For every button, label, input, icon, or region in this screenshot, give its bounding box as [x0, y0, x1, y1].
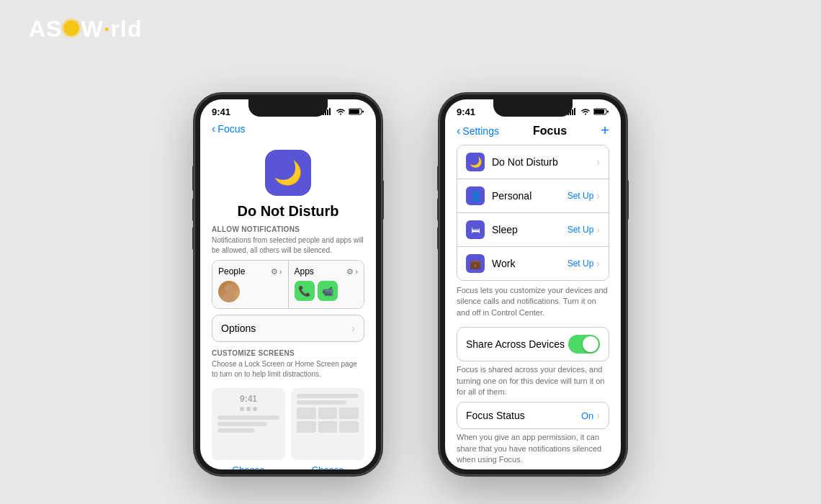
chevron-icon: ›: [279, 267, 282, 276]
dnd-title: Do Not Disturb: [200, 203, 376, 220]
customize-screens-desc: Choose a Lock Screen or Home Screen page…: [200, 359, 376, 384]
people-icons[interactable]: ⚙ ›: [271, 267, 282, 276]
personal-chevron: ›: [596, 190, 600, 202]
focus-status-row[interactable]: Focus Status On ›: [457, 402, 609, 429]
focus-status-on: On: [581, 410, 593, 421]
thumb-dots: [240, 407, 257, 411]
svg-rect-11: [572, 109, 573, 115]
thumb-grid: [297, 408, 359, 433]
sleep-setup: Set Up: [567, 225, 594, 235]
grid-1: [297, 408, 316, 419]
dnd-icon: 🌙: [265, 150, 311, 196]
chevron-icon-apps: ›: [355, 267, 358, 276]
vol-up-button-2: [437, 198, 439, 221]
phones-container: 9:41: [0, 65, 821, 504]
apps-col-header: Apps ⚙ ›: [295, 266, 359, 276]
iphone-1: 9:41: [194, 94, 382, 475]
focus-status-chevron: ›: [596, 410, 600, 421]
focus-item-sleep[interactable]: 🛏 Sleep Set Up ›: [457, 213, 609, 247]
work-item-name: Work: [492, 258, 567, 269]
dnd-list-icon: 🌙: [466, 153, 485, 171]
logo-text-dot: ·: [104, 16, 111, 42]
grid-2: [318, 408, 338, 419]
share-across-devices-label: Share Across Devices: [466, 338, 565, 350]
iphone-2: 9:41: [439, 94, 627, 475]
share-across-devices-row[interactable]: Share Across Devices: [457, 327, 609, 361]
focus-info-text: Focus lets you customize your devices an…: [445, 281, 621, 323]
choose-btn-2[interactable]: Choose: [291, 464, 364, 469]
lock-screen-thumb: 9:41: [212, 388, 285, 460]
svg-rect-12: [574, 108, 575, 115]
thumb-bars-2: [297, 394, 359, 405]
sleep-chevron: ›: [596, 224, 600, 235]
iphone-1-screen: 9:41: [200, 99, 376, 469]
home-screen-thumb: [291, 388, 364, 460]
svg-rect-6: [362, 111, 364, 113]
grid-6: [339, 421, 359, 433]
add-focus-button[interactable]: +: [601, 122, 609, 139]
people-label: People: [218, 266, 245, 276]
bar-1: [217, 415, 279, 420]
apps-icons[interactable]: ⚙ ›: [346, 267, 358, 276]
svg-rect-2: [327, 109, 328, 115]
focus-status-desc: When you give an app permission, it can …: [445, 429, 621, 468]
bar-2: [217, 422, 267, 426]
status-icons-1: [323, 108, 364, 115]
logo-text-world: W: [81, 16, 103, 42]
thumb-bars: [217, 415, 279, 433]
choose-btn-1[interactable]: Choose: [212, 464, 285, 469]
work-list-icon: 💼: [466, 254, 485, 273]
svg-point-8: [223, 293, 235, 302]
logo-text-rld: rld: [111, 16, 143, 42]
svg-point-7: [225, 284, 233, 293]
apps-label: Apps: [295, 266, 314, 276]
person-icon: 👤: [470, 190, 482, 202]
grid-5: [318, 421, 338, 433]
dot-1: [240, 407, 244, 411]
notch-2: [493, 99, 573, 117]
focus-item-personal[interactable]: 👤 Personal Set Up ›: [457, 179, 609, 213]
options-row[interactable]: Options ›: [212, 315, 364, 342]
share-across-devices-desc: Focus is shared across your devices, and…: [445, 361, 621, 402]
vol-up-button: [192, 198, 194, 221]
focus-item-work[interactable]: 💼 Work Set Up ›: [457, 247, 609, 280]
sleep-item-name: Sleep: [492, 224, 567, 235]
allow-notif-grid: People ⚙ › Apps: [212, 260, 364, 309]
focus-status-value: On ›: [581, 410, 600, 421]
options-label: Options: [221, 323, 256, 334]
gear-icon-apps: ⚙: [346, 267, 354, 276]
focus-list: 🌙 Do Not Disturb › 👤 Personal Set Up ›: [457, 145, 609, 281]
share-across-devices-toggle[interactable]: [568, 335, 600, 354]
dnd-icon-wrap: 🌙: [200, 150, 376, 196]
facetime-icon-glyph: 📹: [322, 286, 333, 297]
back-button-2[interactable]: ‹ Settings: [457, 125, 499, 138]
apps-col: Apps ⚙ › 📞 📹: [289, 261, 364, 308]
logo-sun-icon: [63, 20, 79, 36]
logo: AS W · rld: [29, 16, 142, 42]
wifi-icon-1: [336, 108, 346, 115]
logo-text-as: AS: [29, 16, 62, 42]
bar-3: [217, 428, 255, 433]
avatar: [218, 281, 240, 302]
vol-down-button: [192, 227, 194, 250]
focus-item-dnd[interactable]: 🌙 Do Not Disturb ›: [457, 145, 609, 179]
dot-3: [253, 407, 257, 411]
bar-5: [297, 400, 346, 405]
svg-rect-5: [349, 109, 359, 114]
personal-setup: Set Up: [567, 191, 594, 201]
nav-title-2: Focus: [533, 125, 567, 138]
battery-icon-1: [349, 108, 364, 115]
sleep-list-icon: 🛏: [466, 220, 485, 239]
briefcase-icon: 💼: [470, 258, 481, 269]
svg-rect-15: [607, 111, 609, 113]
back-button-1[interactable]: ‹ Focus: [212, 122, 245, 135]
back-chevron-icon-2: ‹: [457, 125, 460, 138]
person-avatar: [218, 281, 240, 302]
back-label-1: Focus: [217, 123, 245, 135]
options-chevron: ›: [351, 323, 355, 334]
phone-icon-glyph: 📞: [298, 285, 310, 297]
gear-icon: ⚙: [271, 267, 278, 276]
work-setup: Set Up: [567, 258, 594, 269]
phone1-nav: ‹ Focus: [200, 120, 376, 138]
back-chevron-icon-1: ‹: [212, 122, 215, 135]
